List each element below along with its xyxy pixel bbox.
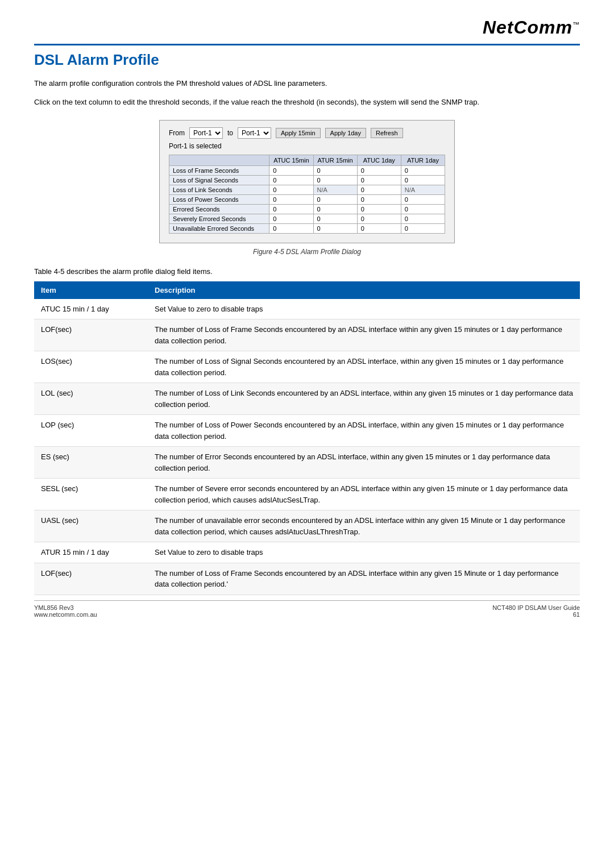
dialog-row-label: Loss of Signal Seconds xyxy=(169,175,269,185)
table-row: LOF(sec)The number of Loss of Frame Seco… xyxy=(34,563,580,595)
dialog-row-value[interactable]: 0 xyxy=(269,223,313,233)
dialog-row-value[interactable]: 0 xyxy=(269,194,313,204)
netcomm-logo: NetComm™ xyxy=(483,17,580,38)
dialog-row-value[interactable]: 0 xyxy=(313,194,357,204)
figure-caption: Figure 4-5 DSL Alarm Profile Dialog xyxy=(253,248,361,256)
table-cell-description: The number of Loss of Link Seconds encou… xyxy=(148,383,580,415)
table-cell-item: LOS(sec) xyxy=(34,351,148,383)
dialog-row-value[interactable]: 0 xyxy=(401,214,445,223)
dialog-row-label: Errored Seconds xyxy=(169,204,269,214)
table-cell-description: Set Value to zero to disable traps xyxy=(148,542,580,563)
dialog-status: Port-1 is selected xyxy=(169,142,445,150)
dialog-row-value[interactable]: 0 xyxy=(313,204,357,214)
dialog-row-value[interactable]: 0 xyxy=(313,175,357,185)
table-cell-description: The number of Error Seconds encountered … xyxy=(148,447,580,479)
dialog-row-value[interactable]: 0 xyxy=(357,185,401,194)
dialog-row-value[interactable]: 0 xyxy=(357,214,401,223)
dialog-row-value[interactable]: 0 xyxy=(401,175,445,185)
page-title: DSL Alarm Profile xyxy=(34,51,580,69)
table-cell-description: The number of unavailable error seconds … xyxy=(148,510,580,542)
desc-table-header-description: Description xyxy=(148,281,580,299)
dialog-row-value[interactable]: 0 xyxy=(313,165,357,175)
table-intro: Table 4-5 describes the alarm profile di… xyxy=(34,267,580,276)
col-header-atur15: ATUR 15min xyxy=(313,155,357,165)
apply-1day-button[interactable]: Apply 1day xyxy=(325,128,366,138)
col-header-atuc1d: ATUC 1day xyxy=(357,155,401,165)
footer-page-number: 61 xyxy=(573,611,580,618)
col-header-atuc15: ATUC 15min xyxy=(269,155,313,165)
dialog-row-value[interactable]: 0 xyxy=(357,165,401,175)
table-row: ATUC 15 min / 1 daySet Value to zero to … xyxy=(34,299,580,319)
dialog-table-row: Severely Errored Seconds0000 xyxy=(169,214,445,223)
dialog-row-label: Loss of Link Seconds xyxy=(169,185,269,194)
footer-website: www.netcomm.com.au xyxy=(34,611,97,618)
col-header-empty xyxy=(169,155,269,165)
dialog-row-value[interactable]: 0 xyxy=(313,223,357,233)
dialog-row-value[interactable]: 0 xyxy=(401,165,445,175)
dialog-row-value[interactable]: 0 xyxy=(269,185,313,194)
footer-left: YML856 Rev3 www.netcomm.com.au xyxy=(34,604,97,618)
dialog-row-label: Loss of Frame Seconds xyxy=(169,165,269,175)
dialog-table-row: Loss of Frame Seconds0000 xyxy=(169,165,445,175)
table-cell-item: SESL (sec) xyxy=(34,479,148,510)
to-label: to xyxy=(227,129,233,137)
page-header: NetComm™ xyxy=(34,17,580,45)
dialog-row-value[interactable]: 0 xyxy=(269,204,313,214)
body-paragraph-1: The alarm profile configuration controls… xyxy=(34,78,580,90)
dialog-row-value[interactable]: 0 xyxy=(269,175,313,185)
dialog-row-label: Loss of Power Seconds xyxy=(169,194,269,204)
table-row: LOL (sec)The number of Loss of Link Seco… xyxy=(34,383,580,415)
footer-guide-title: NCT480 IP DSLAM User Guide xyxy=(492,604,580,611)
dialog-table-row: Loss of Link Seconds0N/A0N/A xyxy=(169,185,445,194)
table-cell-description: The number of Loss of Frame Seconds enco… xyxy=(148,563,580,595)
table-cell-description: The number of Loss of Signal Seconds enc… xyxy=(148,351,580,383)
from-select[interactable]: Port-1 xyxy=(189,127,223,139)
table-row: LOF(sec)The number of Loss of Frame Seco… xyxy=(34,319,580,351)
from-label: From xyxy=(169,129,185,137)
dialog-row-value[interactable]: 0 xyxy=(357,194,401,204)
table-cell-description: The number of Loss of Power Seconds enco… xyxy=(148,415,580,447)
table-cell-item: ATUC 15 min / 1 day xyxy=(34,299,148,319)
table-row: LOP (sec)The number of Loss of Power Sec… xyxy=(34,415,580,447)
table-cell-item: LOF(sec) xyxy=(34,319,148,351)
dialog-row-value[interactable]: 0 xyxy=(401,223,445,233)
description-table: Item Description ATUC 15 min / 1 daySet … xyxy=(34,281,580,595)
table-cell-description: The number of Loss of Frame Seconds enco… xyxy=(148,319,580,351)
refresh-button[interactable]: Refresh xyxy=(371,128,403,138)
page-footer: YML856 Rev3 www.netcomm.com.au NCT480 IP… xyxy=(34,600,580,618)
dialog-row-value[interactable]: 0 xyxy=(269,165,313,175)
dialog-table-row: Unavailable Errored Seconds0000 xyxy=(169,223,445,233)
dialog-row-value[interactable]: N/A xyxy=(401,185,445,194)
dialog-row-label: Severely Errored Seconds xyxy=(169,214,269,223)
body-paragraph-2: Click on the text column to edit the thr… xyxy=(34,97,580,109)
dialog-row-label: Unavailable Errored Seconds xyxy=(169,223,269,233)
table-cell-item: LOL (sec) xyxy=(34,383,148,415)
desc-table-header-item: Item xyxy=(34,281,148,299)
to-select[interactable]: Port-1 xyxy=(238,127,271,139)
dialog-row-value[interactable]: 0 xyxy=(357,175,401,185)
table-row: UASL (sec)The number of unavailable erro… xyxy=(34,510,580,542)
dialog-row-value[interactable]: 0 xyxy=(357,223,401,233)
table-cell-description: Set Value to zero to disable traps xyxy=(148,299,580,319)
logo-tm: ™ xyxy=(572,20,580,28)
footer-right: NCT480 IP DSLAM User Guide 61 xyxy=(492,604,580,618)
dialog-row-value[interactable]: 0 xyxy=(313,214,357,223)
dialog-table-row: Errored Seconds0000 xyxy=(169,204,445,214)
dialog-box: From Port-1 to Port-1 Apply 15min Apply … xyxy=(159,120,455,243)
dialog-table: ATUC 15min ATUR 15min ATUC 1day ATUR 1da… xyxy=(169,155,445,234)
table-row: SESL (sec)The number of Severe error sec… xyxy=(34,479,580,510)
dialog-row-value[interactable]: 0 xyxy=(401,194,445,204)
table-row: ATUR 15 min / 1 daySet Value to zero to … xyxy=(34,542,580,563)
table-cell-item: LOF(sec) xyxy=(34,563,148,595)
apply-15min-button[interactable]: Apply 15min xyxy=(276,128,321,138)
table-row: ES (sec)The number of Error Seconds enco… xyxy=(34,447,580,479)
dialog-row-value[interactable]: N/A xyxy=(313,185,357,194)
dialog-controls: From Port-1 to Port-1 Apply 15min Apply … xyxy=(169,127,445,139)
dialog-table-row: Loss of Power Seconds0000 xyxy=(169,194,445,204)
dialog-row-value[interactable]: 0 xyxy=(401,204,445,214)
table-cell-description: The number of Severe error seconds encou… xyxy=(148,479,580,510)
table-cell-item: UASL (sec) xyxy=(34,510,148,542)
dialog-row-value[interactable]: 0 xyxy=(269,214,313,223)
table-cell-item: LOP (sec) xyxy=(34,415,148,447)
dialog-row-value[interactable]: 0 xyxy=(357,204,401,214)
